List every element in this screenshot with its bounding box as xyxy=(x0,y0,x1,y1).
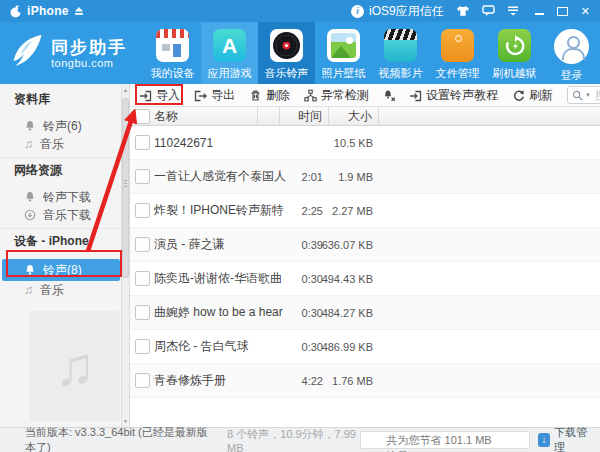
ringtone-name: 演员 - 薛之谦 xyxy=(154,236,280,253)
table-row[interactable]: 青春修炼手册 4:22 1.76 MB xyxy=(130,364,600,398)
device-indicator: iPhone xyxy=(10,4,84,18)
sidebar-item-ringtones-library[interactable]: 铃声(6) xyxy=(0,117,129,135)
column-header-size[interactable]: 大小 xyxy=(329,107,379,125)
jailbreak-icon xyxy=(498,29,531,62)
sidebar-item-music-download[interactable]: 音乐下载 xyxy=(0,206,129,224)
tutorial-icon xyxy=(409,89,422,102)
ringtone-size: 1.76 MB xyxy=(329,375,379,387)
download-circle-icon xyxy=(24,209,36,221)
ringtone-time: 2:01 xyxy=(280,171,329,183)
column-label: 时间 xyxy=(298,108,322,125)
column-header-name[interactable]: 名称 xyxy=(154,107,258,125)
row-checkbox[interactable] xyxy=(135,169,150,184)
minimize-button[interactable] xyxy=(535,13,544,15)
apple-icon xyxy=(10,5,22,18)
main-menu-icon[interactable] xyxy=(507,5,519,17)
tab-label: 视频影片 xyxy=(379,66,423,81)
anomaly-detect-button[interactable]: 异常检测 xyxy=(304,87,369,104)
delete-button[interactable]: 删除 xyxy=(249,87,290,104)
music-note-icon: ♫ xyxy=(24,138,33,150)
search-input[interactable] xyxy=(593,88,600,102)
tab-jailbreak[interactable]: 刷机越狱 xyxy=(486,22,543,84)
tab-music-ringtones[interactable]: 音乐铃声 xyxy=(258,22,315,84)
ringtone-list: 110242671 10.5 KB 一首让人感觉有个泰国人 2:01 1.9 M… xyxy=(130,126,600,427)
ringtone-size: 636.07 KB xyxy=(329,239,379,251)
select-all-cell xyxy=(130,107,154,125)
search-box[interactable]: ▼ xyxy=(567,86,600,104)
sidebar-scrollbar[interactable]: ▲ ▼ xyxy=(121,84,129,427)
sidebar-item-label: 铃声(6) xyxy=(43,118,82,135)
tab-apps-games[interactable]: A 应用游戏 xyxy=(201,22,258,84)
tab-photos-wallpaper[interactable]: 照片壁纸 xyxy=(315,22,372,84)
search-filter-caret-icon[interactable]: ▼ xyxy=(585,92,591,98)
ios9-trust-button[interactable]: i iOS9应用信任 xyxy=(351,3,444,20)
sidebar-item-ringtone-download[interactable]: 铃声下载 xyxy=(0,188,129,206)
sidebar-item-device-music[interactable]: ♫ 音乐 xyxy=(0,281,129,299)
detect-label: 异常检测 xyxy=(321,87,369,104)
vinyl-record-icon xyxy=(270,29,303,62)
refresh-button[interactable]: 刷新 xyxy=(512,87,553,104)
scroll-up-icon[interactable]: ▲ xyxy=(122,87,129,93)
tab-label: 刷机越狱 xyxy=(493,66,537,81)
eject-icon[interactable] xyxy=(74,6,84,16)
photos-icon xyxy=(327,29,360,62)
file-manager-icon xyxy=(441,29,474,62)
download-manager-button[interactable]: ↓ 下载管理 xyxy=(538,425,593,452)
toolbar: 导入 导出 删除 xyxy=(130,84,600,106)
close-button[interactable]: ✕ xyxy=(581,6,590,17)
tab-label: 登录 xyxy=(561,68,583,83)
section-title: 网络资源 xyxy=(14,163,129,177)
column-header-extra[interactable] xyxy=(258,107,280,125)
tab-my-device[interactable]: 我的设备 xyxy=(144,22,201,84)
select-all-checkbox[interactable] xyxy=(135,109,150,124)
row-checkbox[interactable] xyxy=(135,237,150,252)
logo-domain: tongbu.com xyxy=(51,57,127,69)
clapperboard-icon xyxy=(384,29,417,62)
ringtone-time: 4:22 xyxy=(280,375,329,387)
info-icon: i xyxy=(351,5,364,18)
column-header-time[interactable]: 时间 xyxy=(280,107,329,125)
detect-molecule-icon xyxy=(304,89,317,102)
ringtone-size: 1.9 MB xyxy=(329,171,379,183)
table-row[interactable]: 110242671 10.5 KB xyxy=(130,126,600,160)
titlebar-actions: i iOS9应用信任 xyxy=(351,3,590,20)
ringtone-tutorial-button[interactable]: 设置铃声教程 xyxy=(409,87,498,104)
row-checkbox[interactable] xyxy=(135,271,150,286)
export-button[interactable]: 导出 xyxy=(194,87,235,104)
appstore-icon: A xyxy=(213,29,246,62)
row-checkbox[interactable] xyxy=(135,135,150,150)
feedback-bubble-icon[interactable] xyxy=(482,5,495,17)
tab-login[interactable]: 登录 xyxy=(543,22,600,84)
ringtone-name: 一首让人感觉有个泰国人 xyxy=(154,168,280,185)
sidebar-item-label: 音乐下载 xyxy=(43,207,91,224)
trash-icon xyxy=(249,89,262,102)
window-controls: ✕ xyxy=(535,6,590,17)
tab-label: 音乐铃声 xyxy=(265,66,309,81)
table-row[interactable]: 曲婉婷 how to be a hear 0:30 484.27 KB xyxy=(130,296,600,330)
ringtone-size: 494.43 KB xyxy=(329,273,379,285)
tab-file-manager[interactable]: 文件管理 xyxy=(429,22,486,84)
row-checkbox[interactable] xyxy=(135,373,150,388)
row-checkbox[interactable] xyxy=(135,203,150,218)
tab-videos[interactable]: 视频影片 xyxy=(372,22,429,84)
music-note-placeholder-icon: ♫ xyxy=(55,339,96,393)
table-row[interactable]: 一首让人感觉有个泰国人 2:01 1.9 MB xyxy=(130,160,600,194)
table-row[interactable]: 炸裂！IPHONE铃声新特 2:25 2.27 MB xyxy=(130,194,600,228)
content-area: 导入 导出 删除 xyxy=(130,84,600,427)
skin-shirt-icon[interactable] xyxy=(456,5,470,17)
maximize-button[interactable] xyxy=(557,7,568,16)
storefront-icon xyxy=(156,29,189,62)
scrollbar-thumb[interactable] xyxy=(122,98,129,278)
row-checkbox[interactable] xyxy=(135,339,150,354)
sidebar-section-online: 网络资源 铃声下载 音乐下载 xyxy=(0,157,129,224)
table-row[interactable]: 演员 - 薛之谦 0:39 636.07 KB xyxy=(130,228,600,262)
traffic-savings-badge: 共为您节省 101.1 MB 流量 xyxy=(360,431,530,449)
app-logo: 同步助手 tongbu.com xyxy=(0,22,144,84)
table-row[interactable]: 周杰伦 - 告白气球 0:30 486.99 KB xyxy=(130,330,600,364)
column-label: 大小 xyxy=(348,108,372,125)
scroll-down-icon[interactable]: ▼ xyxy=(122,418,129,424)
mute-ringtone-button[interactable] xyxy=(383,89,396,102)
sidebar-item-music-library[interactable]: ♫ 音乐 xyxy=(0,135,129,153)
row-checkbox[interactable] xyxy=(135,305,150,320)
table-row[interactable]: 陈奕迅-谢谢侬-华语歌曲 0:30 494.43 KB xyxy=(130,262,600,296)
